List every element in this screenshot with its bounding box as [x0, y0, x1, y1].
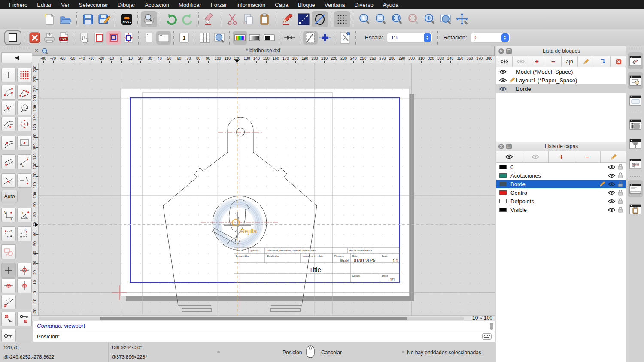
escala-select[interactable]: 1:1▲▼	[387, 33, 432, 43]
layer-lock-icon[interactable]	[618, 190, 623, 196]
undo-button[interactable]	[163, 11, 179, 27]
layer-visibility-icon[interactable]	[608, 173, 615, 178]
remove-block-button[interactable]: −	[545, 56, 562, 67]
layer-color-swatch[interactable]	[499, 182, 507, 186]
rotacion-select[interactable]: 0▲▼	[471, 33, 510, 43]
palette-grip[interactable]	[3, 48, 30, 50]
menu-ayuda[interactable]: Ayuda	[378, 2, 404, 8]
save-as-button[interactable]	[96, 11, 112, 27]
zoom-window-button[interactable]	[438, 11, 454, 27]
grid-toggle-button[interactable]	[334, 11, 350, 27]
zoom-auto-button[interactable]	[389, 11, 405, 27]
block-list-panel-icon[interactable]	[628, 52, 643, 69]
zoom-in-button[interactable]	[356, 11, 373, 27]
menu-fichero[interactable]: Fichero	[4, 2, 32, 8]
block-visibility-icon[interactable]	[499, 87, 507, 91]
portrait-page-button[interactable]	[142, 31, 156, 45]
block-row-borde[interactable]: Borde	[496, 84, 626, 93]
layer-color-swatch[interactable]	[499, 165, 507, 169]
snap-on-entity-button[interactable]	[17, 85, 32, 100]
restrict-vertical-button[interactable]	[17, 278, 32, 293]
restrict-none-button[interactable]	[1, 263, 16, 278]
layer-visibility-icon[interactable]	[608, 165, 615, 169]
add-layer-button[interactable]: +	[549, 151, 575, 162]
snap-entity-button[interactable]	[17, 101, 32, 115]
viewport-canvas[interactable]: Item ref Quantity Title/Name, destinatio…	[39, 63, 495, 315]
restrict-horizontal-button[interactable]	[1, 278, 16, 293]
snap-endpoints-button[interactable]	[1, 85, 16, 100]
layer-lock-icon[interactable]	[618, 172, 623, 178]
purge-blocks-button[interactable]	[611, 56, 626, 67]
layer-row-acotaciones[interactable]: Acotaciones	[496, 171, 626, 180]
block-row-layout1[interactable]: Layout1 (*Paper_Space)	[496, 76, 626, 84]
coord-cartesian-button[interactable]: yx	[1, 208, 16, 222]
relative-cartesian-button[interactable]: 12	[1, 226, 16, 241]
dock-grip[interactable]	[629, 48, 642, 50]
snap-distance-button[interactable]: 12	[17, 154, 32, 169]
first-page-button[interactable]: 1	[177, 31, 191, 45]
snap-grid-button[interactable]	[17, 68, 32, 82]
svg-export-button[interactable]: SVG	[118, 11, 135, 27]
layer-lock-icon[interactable]	[618, 198, 623, 204]
select-reference-button[interactable]	[1, 312, 16, 326]
horizontal-scrollbar[interactable]	[39, 317, 464, 320]
settings-button[interactable]	[338, 31, 353, 45]
layer-color-swatch[interactable]	[499, 173, 507, 178]
layer-row-defpoints[interactable]: Defpoints	[496, 197, 626, 205]
escala-stepper-icon[interactable]: ▲▼	[424, 33, 431, 42]
command-history[interactable]: Comando: viewport	[33, 321, 495, 331]
menu-dibujar[interactable]: Dibujar	[113, 2, 140, 8]
rotacion-stepper-icon[interactable]: ▲▼	[501, 33, 509, 42]
drag-page-button[interactable]	[77, 31, 92, 45]
layer-visibility-icon[interactable]	[608, 208, 615, 212]
layer-color-swatch[interactable]	[499, 208, 507, 212]
hide-all-layers-button[interactable]	[522, 151, 549, 162]
open-file-button[interactable]	[58, 11, 74, 27]
add-block-button[interactable]: +	[529, 56, 545, 67]
paste-button[interactable]	[257, 11, 273, 27]
snap-exclude-button[interactable]	[17, 173, 32, 188]
layer-lock-icon[interactable]	[618, 181, 623, 187]
snap-parallel-button[interactable]	[1, 154, 16, 169]
layer-visibility-icon[interactable]	[608, 190, 615, 195]
property-editor-panel-icon[interactable]	[628, 116, 643, 133]
selection-filter-panel-icon[interactable]	[628, 136, 643, 153]
grayscale-mode-button[interactable]	[247, 31, 262, 45]
menu-modificar[interactable]: Modificar	[174, 2, 206, 8]
menu-acotacion[interactable]: Acotación	[140, 2, 174, 8]
layer-row-0[interactable]: 0	[496, 163, 626, 171]
layer-lock-icon[interactable]	[618, 207, 623, 213]
hide-all-blocks-button[interactable]	[513, 56, 529, 67]
cut-button[interactable]: +	[224, 11, 240, 27]
redo-button[interactable]	[179, 11, 196, 27]
layer-color-swatch[interactable]	[499, 190, 507, 195]
command-line-panel-icon[interactable]	[628, 180, 643, 197]
layer-color-swatch[interactable]	[499, 199, 507, 203]
block-visibility-icon[interactable]	[499, 78, 507, 83]
lock-relative-zero-button[interactable]	[17, 312, 32, 326]
block-row-model[interactable]: Model (*Model_Space)	[496, 67, 626, 76]
layer-row-visible[interactable]: Visible	[496, 205, 626, 214]
pan-button[interactable]	[454, 11, 471, 27]
page-borders-button[interactable]	[92, 31, 106, 45]
menu-informacion[interactable]: Información	[231, 2, 270, 8]
paperspace-toggle-button[interactable]	[4, 30, 21, 45]
back-button[interactable]	[1, 52, 32, 63]
snap-tangent-button[interactable]	[1, 117, 16, 131]
coord-polar-button[interactable]: ra	[17, 208, 32, 222]
position-input[interactable]	[63, 333, 482, 342]
menu-ventana[interactable]: Ventana	[320, 2, 350, 8]
ellipse-tool-button[interactable]	[312, 11, 328, 27]
layer-row-centro[interactable]: Centro	[496, 188, 626, 197]
snap-free-button[interactable]	[1, 68, 16, 82]
layer-visibility-icon[interactable]	[608, 182, 615, 187]
layer-row-borde[interactable]: Borde	[496, 180, 626, 188]
layer-lock-icon[interactable]	[618, 164, 623, 170]
multi-pages-button[interactable]	[197, 31, 212, 45]
menu-ver[interactable]: Ver	[56, 2, 74, 8]
menu-capa[interactable]: Capa	[270, 2, 293, 8]
lineweight-button[interactable]	[283, 31, 297, 45]
snap-intersection-button[interactable]	[1, 101, 16, 115]
pdf-export-button[interactable]: PDF	[57, 31, 71, 45]
block-boundaries-button[interactable]	[106, 31, 121, 45]
